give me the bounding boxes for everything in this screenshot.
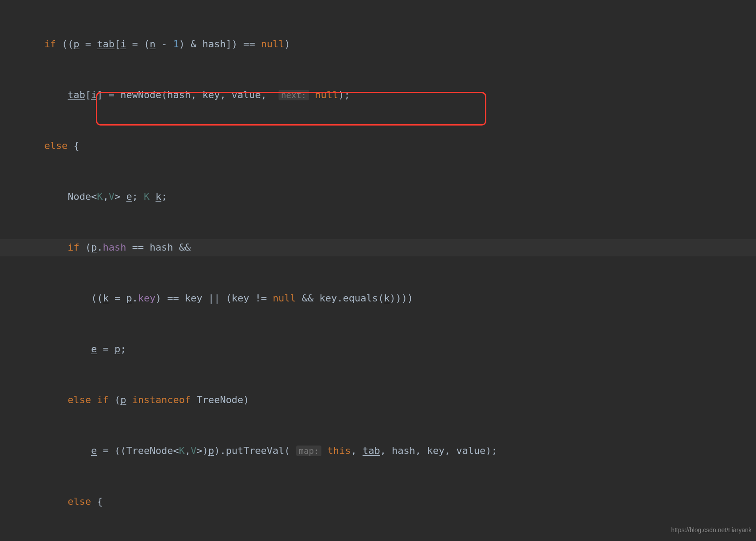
code-line: else if (p instanceof TreeNode): [0, 392, 756, 409]
code-line: else {: [0, 493, 756, 511]
code-line: e = ((TreeNode<K,V>)p).putTreeVal( map: …: [0, 442, 756, 460]
code-editor[interactable]: if ((p = tab[i = (n - 1) & hash]) == nul…: [0, 0, 756, 541]
code-line: Node<K,V> e; K k;: [0, 188, 756, 206]
var-p: p: [73, 38, 79, 50]
var-tab: tab: [97, 38, 115, 50]
keyword-if: if: [44, 38, 56, 50]
code-line: tab[i] = newNode(hash, key, value, next:…: [0, 87, 756, 104]
code-line: if ((p = tab[i = (n - 1) & hash]) == nul…: [0, 36, 756, 53]
code-line: e = p;: [0, 341, 756, 358]
code-line: if (p.hash == hash &&: [0, 239, 756, 256]
code-line: ((k = p.key) == key || (key != null && k…: [0, 290, 756, 307]
param-hint-map: map:: [296, 446, 322, 456]
param-hint-next: next:: [279, 90, 309, 100]
watermark: https://blog.csdn.net/Liaryank: [671, 522, 752, 538]
code-line: else {: [0, 137, 756, 155]
